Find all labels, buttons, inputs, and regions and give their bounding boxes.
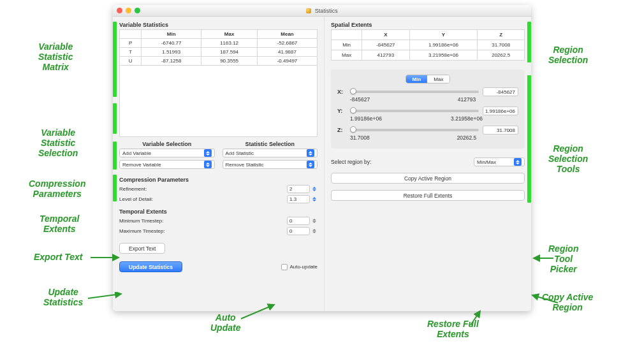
y-label: Y: — [337, 108, 346, 114]
max-ts-value[interactable]: 0 — [287, 227, 310, 235]
min-ts-value[interactable]: 0 — [287, 217, 310, 225]
x-slider-row: X: -845627 — [337, 87, 518, 96]
refinement-label: Refinement: — [119, 186, 283, 192]
restore-full-extents-button[interactable]: Restore Full Extents — [331, 190, 525, 201]
slider-panel: Min Max X: -845627 -845627 412793 Y: — [331, 69, 525, 149]
region-by-select[interactable]: Min/Max — [474, 157, 525, 166]
col-min: Min — [142, 30, 201, 39]
var-stats-heading: Variable Statistics — [119, 22, 318, 28]
max-ts-stepper[interactable] — [311, 227, 318, 235]
lod-value[interactable]: 1.3 — [287, 195, 310, 203]
table-row: Max 412793 3.21958e+06 20262.5 — [332, 50, 525, 61]
y-value-input[interactable]: 1.99186e+06 — [483, 106, 518, 115]
auto-update-checkbox[interactable]: Auto-update — [281, 264, 318, 270]
z-slider[interactable] — [350, 129, 479, 131]
seg-max[interactable]: Max — [427, 75, 449, 83]
window-title: Statistics — [113, 8, 531, 14]
right-pane: Spatial Extents X Y Z Min -845627 1.9918… — [325, 17, 531, 311]
annot-var-stat-matrix: Variable Statistic Matrix — [38, 41, 73, 72]
annot-update-stats: Update Statistics — [43, 287, 83, 307]
marker-region-selection — [527, 22, 531, 62]
lod-stepper[interactable] — [311, 195, 318, 203]
svg-line-1 — [241, 305, 274, 319]
marker-var-stat-selection — [113, 103, 117, 134]
x-label: X: — [337, 89, 346, 95]
refinement-stepper[interactable] — [311, 185, 318, 193]
svg-line-0 — [88, 294, 121, 298]
col-max: Max — [201, 30, 258, 39]
arrow-icon — [529, 293, 561, 306]
sp-col-x: X — [362, 30, 409, 40]
variable-selection-group: Variable Selection Add Variable Remove V… — [119, 141, 215, 171]
add-statistic-select[interactable]: Add Statistic — [223, 149, 318, 157]
region-by-label: Select region by: — [331, 159, 474, 165]
app-badge-icon — [306, 8, 311, 13]
var-stats-table: Min Max Mean P -6740.77 1163.12 -52.6867… — [119, 29, 318, 66]
x-value-input[interactable]: -845627 — [483, 87, 518, 96]
sp-col-z: Z — [478, 30, 525, 40]
temporal-heading: Temporal Extents — [119, 208, 318, 215]
z-high-label: 20262.5 — [428, 135, 506, 141]
marker-compression — [113, 142, 117, 170]
compression-heading: Compression Parameters — [119, 177, 318, 183]
titlebar: Statistics — [113, 5, 531, 17]
x-high-label: 412793 — [428, 96, 506, 103]
remove-statistic-select[interactable]: Remove Statistic — [223, 160, 318, 169]
x-low-label: -845627 — [350, 96, 428, 103]
chevron-updown-icon — [307, 149, 314, 157]
statistic-selection-group: Statistic Selection Add Statistic Remove… — [223, 141, 318, 171]
arrow-icon — [469, 309, 500, 328]
z-slider-row: Z: 31.7008 — [337, 126, 518, 135]
y-low-label: 1.99186e+06 — [350, 115, 428, 122]
var-sel-heading: Variable Selection — [119, 141, 215, 147]
y-slider[interactable] — [350, 110, 479, 112]
arrow-icon — [239, 303, 277, 322]
refinement-value[interactable]: 2 — [287, 185, 310, 193]
annot-export-text: Export Text — [34, 252, 83, 262]
spatial-extents-table: X Y Z Min -845627 1.99186e+06 31.7008 Ma… — [331, 29, 525, 61]
table-row: Min -845627 1.99186e+06 31.7008 — [332, 40, 525, 50]
chevron-updown-icon — [514, 158, 522, 166]
marker-region-tools — [527, 75, 531, 203]
col-var — [120, 30, 142, 39]
y-slider-row: Y: 1.99186e+06 — [337, 106, 518, 115]
max-ts-label: Maximum Timestep: — [119, 228, 283, 234]
annot-auto-update: Auto Update — [210, 312, 240, 333]
auto-update-label: Auto-update — [289, 264, 318, 270]
copy-active-region-button[interactable]: Copy Active Region — [331, 173, 525, 184]
stat-sel-heading: Statistic Selection — [223, 141, 318, 147]
svg-line-3 — [471, 311, 480, 325]
z-value-input[interactable]: 31.7008 — [483, 126, 518, 135]
chevron-updown-icon — [204, 161, 212, 168]
remove-variable-select[interactable]: Remove Variable — [119, 160, 215, 169]
table-row[interactable]: T 1.51993 187.594 41.9887 — [120, 48, 318, 57]
chevron-updown-icon — [307, 161, 314, 168]
y-high-label: 3.21958e+06 — [428, 115, 506, 122]
marker-var-stat-matrix — [113, 22, 117, 97]
add-variable-select[interactable]: Add Variable — [119, 149, 215, 157]
seg-min[interactable]: Min — [406, 75, 428, 83]
update-statistics-button[interactable]: Update Statistics — [119, 261, 182, 272]
export-text-button[interactable]: Export Text — [119, 243, 165, 254]
var-stats-empty-area — [119, 66, 318, 137]
spatial-heading: Spatial Extents — [331, 22, 525, 28]
marker-temporal — [113, 175, 117, 201]
annot-temporal-ext: Temporal Extents — [40, 214, 80, 234]
table-row[interactable]: P -6740.77 1163.12 -52.6867 — [120, 39, 318, 48]
sp-col-y: Y — [409, 30, 478, 40]
chevron-updown-icon — [204, 149, 212, 157]
min-ts-stepper[interactable] — [311, 217, 318, 225]
temporal-group: Temporal Extents Minimum Timestep: 0 Max… — [119, 208, 318, 235]
region-by-row: Select region by: Min/Max — [331, 157, 525, 166]
table-row[interactable]: U -87.1258 90.3555 -0.49497 — [120, 57, 318, 66]
checkbox-icon — [281, 264, 288, 270]
min-max-segmented-control[interactable]: Min Max — [405, 75, 451, 84]
z-low-label: 31.7008 — [350, 135, 428, 141]
arrow-icon — [531, 254, 557, 263]
x-slider[interactable] — [350, 91, 479, 93]
compression-group: Compression Parameters Refinement: 2 Lev… — [119, 177, 318, 203]
arrow-icon — [86, 292, 124, 305]
statistics-window: Statistics Variable Statistics Min Max M… — [113, 5, 531, 311]
left-pane: Variable Statistics Min Max Mean P -6740… — [113, 17, 325, 311]
svg-line-4 — [532, 295, 558, 303]
